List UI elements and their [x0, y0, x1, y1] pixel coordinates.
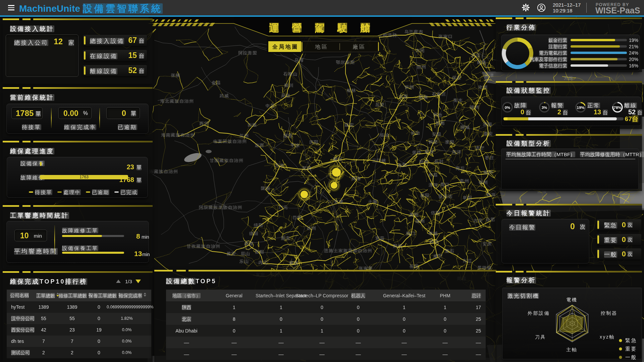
svg-text:六安: 六安	[474, 218, 483, 223]
svg-text:咸宁: 咸宁	[433, 254, 443, 258]
svg-text:刀具: 刀具	[535, 334, 546, 340]
svg-text:大连: 大连	[564, 76, 574, 80]
svg-text:信阳: 信阳	[431, 210, 441, 215]
svg-text:荆门: 荆门	[406, 231, 416, 236]
svg-text:临汾: 临汾	[380, 133, 390, 137]
svg-text:张家口: 张家口	[438, 34, 453, 39]
svg-text:78%: 78%	[613, 106, 621, 110]
svg-text:银川: 银川	[284, 83, 294, 88]
svg-text:孝感: 孝感	[429, 231, 438, 236]
svg-text:邢台: 邢台	[433, 113, 443, 117]
svg-text:0%: 0%	[505, 106, 511, 110]
svg-text:雅安: 雅安	[227, 251, 236, 256]
svg-text:外部設備: 外部設備	[528, 310, 550, 316]
svg-text:駛: 駛	[337, 22, 347, 34]
svg-text:海北藏族自治州: 海北藏族自治州	[160, 99, 194, 104]
svg-text:兰州: 兰州	[239, 133, 249, 138]
svg-text:焦作: 焦作	[412, 150, 422, 155]
svg-text:鹤壁: 鹤壁	[429, 140, 438, 144]
svg-text:延安: 延安	[344, 123, 355, 127]
svg-text:乌海: 乌海	[294, 58, 304, 62]
svg-text:中卫: 中卫	[266, 104, 275, 108]
svg-text:临夏回族自治州: 临夏回族自治州	[213, 139, 247, 144]
svg-text:武威: 武威	[219, 94, 229, 98]
svg-text:济宁: 济宁	[475, 146, 485, 150]
svg-text:重要: 重要	[625, 346, 637, 352]
svg-text:地區: 地區	[315, 44, 328, 50]
svg-text:安康: 安康	[334, 199, 344, 204]
svg-text:合肥: 合肥	[486, 217, 496, 222]
svg-text:沧州: 沧州	[478, 85, 488, 89]
svg-text:阳泉: 阳泉	[419, 95, 429, 100]
svg-text:襄阳: 襄阳	[410, 213, 419, 217]
svg-text:阜阳: 阜阳	[463, 195, 473, 200]
svg-text:全局地圖: 全局地圖	[272, 44, 299, 50]
svg-text:洛阳: 洛阳	[398, 163, 408, 168]
svg-text:菏泽: 菏泽	[452, 150, 462, 155]
svg-text:巴中: 巴中	[293, 215, 303, 220]
svg-text:绵阳: 绵阳	[254, 223, 264, 228]
svg-text:庆阳: 庆阳	[309, 140, 319, 144]
svg-text:亳州: 亳州	[460, 179, 470, 183]
svg-text:聊城: 聊城	[461, 125, 470, 130]
svg-text:金昌: 金昌	[212, 80, 221, 85]
svg-text:德州: 德州	[470, 105, 480, 110]
svg-text:荆州: 荆州	[393, 244, 403, 248]
svg-text:资阳: 资阳	[255, 250, 265, 254]
svg-text:枣庄: 枣庄	[485, 156, 495, 160]
svg-text:西宁: 西宁	[200, 121, 209, 126]
svg-text:營: 營	[292, 22, 302, 34]
svg-text:内江: 内江	[259, 260, 268, 265]
svg-text:衡水: 衡水	[453, 98, 463, 103]
svg-text:泰安: 泰安	[484, 131, 493, 136]
svg-text:三门峡: 三门峡	[372, 158, 387, 163]
svg-text:固原: 固原	[283, 133, 293, 138]
svg-text:黄石: 黄石	[445, 249, 455, 253]
svg-text:保定: 保定	[452, 75, 462, 80]
svg-text:一般: 一般	[625, 354, 637, 360]
svg-text:南充: 南充	[281, 236, 291, 241]
svg-text:甘孜藏族自治州: 甘孜藏族自治州	[186, 244, 221, 249]
svg-text:济南: 济南	[483, 122, 493, 127]
svg-text:广元: 广元	[279, 205, 288, 210]
svg-text:新乡: 新乡	[425, 149, 435, 154]
svg-text:xyz軸: xyz軸	[600, 334, 615, 340]
svg-text:邯郸: 邯郸	[436, 121, 445, 126]
svg-text:天津: 天津	[485, 73, 494, 78]
svg-text:九江: 九江	[463, 258, 473, 263]
svg-text:阿坝藏族羌族自治州: 阿坝藏族羌族自治州	[199, 205, 243, 210]
svg-text:商丘: 商丘	[456, 166, 466, 171]
svg-text:商洛: 商洛	[352, 176, 362, 181]
svg-text:郑州: 郑州	[419, 160, 429, 164]
svg-text:忻州: 忻州	[405, 85, 415, 89]
svg-text:蚌埠: 蚌埠	[487, 192, 496, 197]
svg-text:主軸: 主軸	[567, 347, 578, 352]
svg-text:朔州: 朔州	[417, 65, 427, 69]
svg-text:平凉: 平凉	[290, 143, 300, 148]
svg-text:太原: 太原	[399, 94, 409, 99]
svg-text:乌兰察布: 乌兰察布	[404, 29, 424, 34]
svg-text:成都: 成都	[244, 241, 254, 246]
svg-text:眉山: 眉山	[241, 251, 251, 256]
svg-text:南阳: 南阳	[420, 193, 430, 198]
svg-text:许昌: 许昌	[429, 173, 438, 177]
svg-text:安阳: 安阳	[432, 132, 442, 137]
svg-text:岳阳: 岳阳	[410, 264, 419, 269]
svg-text:駕: 駕	[315, 22, 325, 34]
svg-text:北京: 北京	[471, 53, 481, 58]
svg-text:白银: 白银	[248, 123, 258, 127]
svg-text:大同: 大同	[416, 48, 425, 53]
svg-text:鄂尔多斯: 鄂尔多斯	[336, 60, 355, 65]
svg-text:石家庄: 石家庄	[432, 92, 446, 97]
svg-text:恩施土家族苗族自治州: 恩施土家族苗族自治州	[324, 248, 373, 253]
svg-text:重庆: 重庆	[289, 261, 299, 265]
svg-text:海南藏族自治州: 海南藏族自治州	[161, 133, 195, 137]
svg-text:驻马店: 驻马店	[438, 194, 453, 199]
svg-text:控制器: 控制器	[600, 310, 618, 316]
svg-text:乐山: 乐山	[239, 259, 249, 264]
svg-text:榆林: 榆林	[347, 88, 357, 93]
svg-text:定西: 定西	[255, 143, 265, 148]
svg-text:宿州: 宿州	[479, 180, 488, 185]
svg-text:緊急: 緊急	[625, 338, 637, 343]
svg-text:吕梁: 吕梁	[375, 103, 385, 107]
